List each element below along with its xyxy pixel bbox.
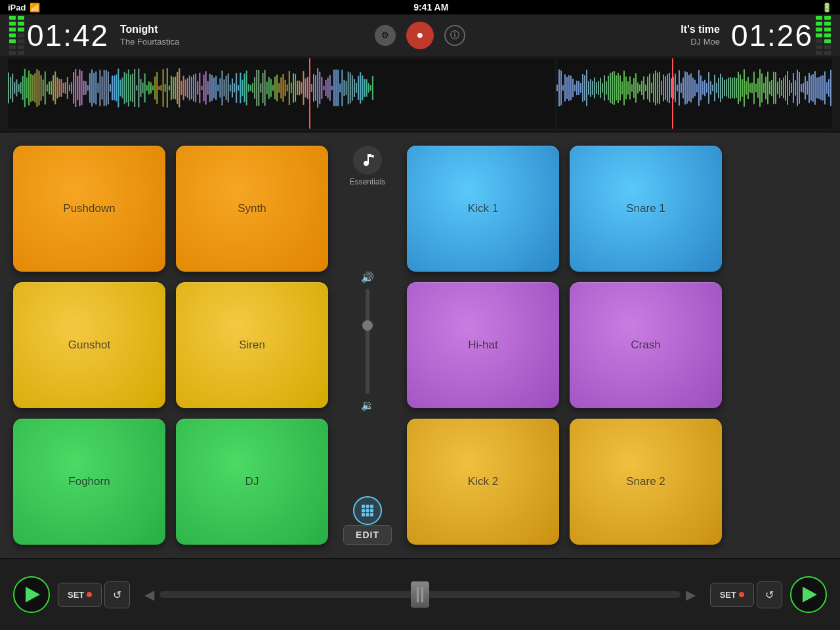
svg-rect-113 [236, 73, 237, 103]
svg-rect-88 [185, 79, 186, 96]
vu-seg [816, 51, 822, 55]
gear-button[interactable]: ⚙ [375, 25, 396, 46]
svg-rect-237 [665, 76, 666, 100]
svg-rect-21 [49, 81, 50, 94]
svg-rect-323 [362, 505, 365, 508]
vu-seg [18, 16, 24, 20]
svg-rect-30 [67, 77, 68, 99]
volume-slider[interactable]: 🔊 🔉 [361, 186, 374, 496]
pad-foghorn[interactable]: Foghorn [13, 419, 165, 545]
svg-rect-227 [645, 85, 646, 91]
pad-snare1[interactable]: Snare 1 [570, 146, 722, 272]
left-waveform[interactable]: (function() { var svg = document.current… [8, 58, 555, 129]
pad-pushdown[interactable]: Pushdown [13, 146, 165, 272]
pad-hihat[interactable]: Hi-hat [407, 282, 559, 408]
pad-kick1-label: Kick 1 [468, 202, 498, 215]
vu-seg [824, 39, 831, 43]
right-set-button[interactable]: SET [710, 583, 754, 607]
svg-rect-316 [820, 76, 822, 100]
svg-rect-225 [641, 81, 642, 95]
svg-rect-248 [686, 72, 688, 104]
pad-siren[interactable]: Siren [176, 282, 328, 408]
svg-rect-188 [568, 75, 570, 100]
svg-rect-182 [556, 85, 558, 91]
vu-seg [9, 28, 16, 32]
svg-rect-15 [36, 69, 37, 107]
grid-button[interactable] [353, 496, 382, 525]
pad-dj[interactable]: DJ [176, 419, 328, 545]
svg-rect-284 [757, 78, 759, 98]
svg-rect-218 [627, 81, 629, 94]
svg-rect-152 [315, 75, 316, 101]
svg-rect-123 [256, 70, 257, 106]
crossfader-left-arrow[interactable]: ◀ [144, 587, 154, 602]
pad-synth[interactable]: Synth [176, 146, 328, 272]
svg-rect-102 [213, 77, 215, 98]
vu-seg [816, 33, 822, 37]
svg-rect-233 [657, 73, 658, 104]
edit-button[interactable]: EDIT [343, 525, 392, 545]
essentials-button[interactable]: Essentials [350, 146, 386, 186]
svg-rect-99 [207, 81, 209, 95]
status-bar: iPad 📶 9:41 AM 🔋 [0, 0, 840, 14]
svg-rect-179 [370, 85, 371, 91]
svg-rect-43 [93, 73, 94, 103]
svg-rect-190 [572, 79, 574, 97]
svg-rect-326 [362, 509, 365, 513]
svg-rect-170 [352, 75, 353, 101]
svg-rect-134 [278, 83, 280, 93]
svg-rect-29 [65, 82, 66, 94]
svg-rect-83 [175, 77, 176, 100]
svg-rect-120 [250, 85, 251, 91]
svg-rect-158 [327, 77, 329, 98]
record-icon: ● [417, 28, 424, 42]
svg-rect-256 [702, 81, 704, 94]
pad-snare2[interactable]: Snare 2 [570, 419, 722, 545]
left-set-button[interactable]: SET [58, 583, 102, 607]
svg-rect-292 [773, 72, 774, 104]
crossfader-track[interactable] [159, 591, 680, 598]
svg-rect-282 [753, 72, 755, 104]
svg-rect-200 [592, 81, 593, 95]
set-dot-icon [739, 592, 744, 597]
svg-rect-115 [240, 73, 241, 104]
pad-kick2[interactable]: Kick 2 [407, 419, 559, 545]
svg-rect-14 [34, 74, 35, 103]
svg-rect-281 [751, 83, 753, 93]
crossfader-right-arrow[interactable]: ▶ [686, 587, 696, 602]
svg-rect-294 [777, 82, 778, 94]
svg-rect-219 [629, 76, 631, 99]
volume-track[interactable] [366, 289, 369, 394]
left-loop-button[interactable]: ↺ [104, 581, 130, 608]
svg-rect-204 [600, 78, 601, 98]
pad-crash[interactable]: Crash [570, 282, 722, 408]
right-loop-button[interactable]: ↺ [757, 581, 782, 608]
volume-thumb[interactable] [362, 320, 373, 331]
svg-rect-174 [360, 72, 361, 104]
info-button[interactable]: ⓘ [444, 25, 465, 46]
svg-rect-266 [722, 77, 723, 99]
svg-rect-162 [335, 70, 337, 106]
svg-rect-98 [205, 72, 207, 105]
svg-rect-320 [828, 79, 830, 96]
status-left: iPad 📶 [8, 3, 40, 12]
svg-rect-121 [252, 83, 253, 93]
left-vu-meter [7, 16, 27, 55]
svg-rect-211 [614, 71, 615, 105]
right-waveform[interactable]: (function() { var svg = document.current… [556, 58, 832, 129]
pad-kick1[interactable]: Kick 1 [407, 146, 559, 272]
record-button[interactable]: ● [406, 22, 434, 49]
vu-seg [824, 33, 831, 37]
crossfader-thumb[interactable] [411, 581, 429, 608]
pad-gunshot[interactable]: Gunshot [13, 282, 165, 408]
svg-rect-235 [661, 81, 662, 95]
svg-rect-278 [746, 81, 747, 95]
svg-rect-232 [655, 70, 656, 105]
right-waveform-svg: (function() { var svg = document.current… [556, 58, 832, 129]
svg-rect-6 [18, 84, 20, 92]
deck-left: 01:42 Tonight The Fourtastica [27, 18, 362, 53]
left-play-button[interactable] [13, 576, 50, 613]
svg-rect-242 [675, 74, 676, 102]
right-play-button[interactable] [790, 576, 827, 613]
svg-rect-309 [807, 81, 808, 95]
